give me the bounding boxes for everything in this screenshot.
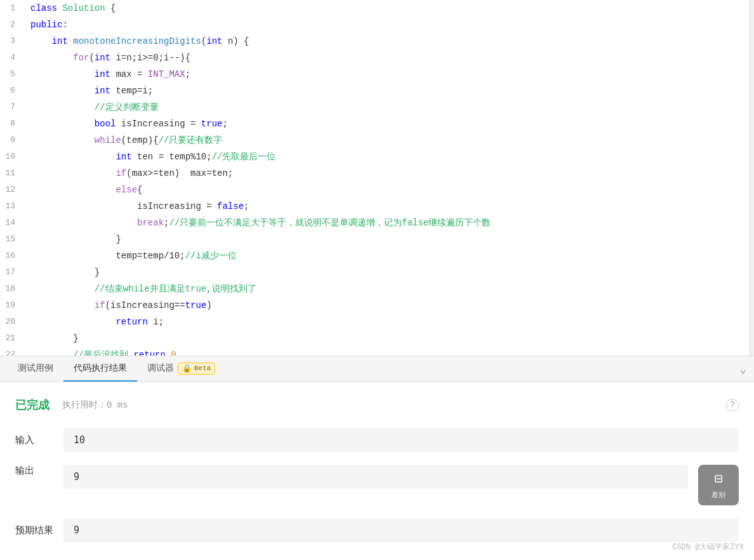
code-row: 2public: [0, 17, 754, 33]
line-number: 3 [0, 33, 25, 50]
token: (max>=ten) max=ten; [126, 168, 233, 178]
code-content: public: [25, 17, 754, 33]
line-number: 22 [0, 347, 25, 356]
code-content: int max = INT_MAX; [25, 66, 754, 83]
token: temp=i; [110, 86, 153, 96]
lock-icon: 🔒 [182, 364, 192, 373]
code-content: //最后没找到 return 0 [25, 347, 754, 356]
code-content: for(int i=n;i>=0;i--){ [25, 50, 754, 66]
code-row: 18 //结束while并且满足true,说明找到了 [0, 281, 754, 297]
line-number: 7 [0, 99, 25, 116]
line-number: 4 [0, 50, 25, 66]
token: class [30, 3, 62, 13]
code-editor: 1class Solution {2public:3 int monotoneI… [0, 0, 754, 356]
token: false [217, 201, 244, 211]
tabs-bar: 测试用例 代码执行结果 调试器 🔒 Beta ⌄ [0, 356, 754, 382]
token: ) [206, 300, 211, 310]
token: //先取最后一位 [212, 152, 276, 162]
token: (isIncreasing== [105, 300, 185, 310]
token: //i减少一位 [185, 251, 237, 261]
token: true [201, 119, 223, 129]
code-content: //定义判断变量 [25, 99, 754, 116]
exec-time: 执行用时：0 ms [62, 399, 128, 411]
code-content: int monotoneIncreasingDigits(int n) { [25, 33, 754, 50]
code-row: 4 for(int i=n;i>=0;i--){ [0, 50, 754, 66]
code-row: 14 break;//只要前一位不满足大于等于，就说明不是单调递增，记为fals… [0, 215, 754, 231]
beta-badge: 🔒 Beta [178, 363, 215, 375]
line-number: 19 [0, 297, 25, 314]
tab-execution-result[interactable]: 代码执行结果 [63, 356, 137, 382]
token: int [95, 53, 110, 63]
diff-button[interactable]: ⊟ 差别 [698, 465, 739, 505]
code-row: 7 //定义判断变量 [0, 99, 754, 116]
line-number: 2 [0, 17, 25, 33]
token: i; [148, 317, 164, 327]
token: ( [89, 53, 94, 63]
line-number: 18 [0, 281, 25, 297]
code-row: 11 if(max>=ten) max=ten; [0, 165, 754, 182]
input-value: 10 [63, 428, 739, 452]
status-done: 已完成 [15, 397, 50, 413]
token: Solution [62, 3, 105, 13]
token: 0 [171, 350, 176, 356]
code-row: 16 temp=temp/10;//i减少一位 [0, 248, 754, 264]
token: int [116, 152, 131, 162]
line-number: 13 [0, 198, 25, 215]
line-number: 20 [0, 314, 25, 330]
token: return [133, 350, 165, 356]
token: temp=temp/10; [116, 251, 185, 261]
watermark: CSDN @大磁学家ZYX [672, 542, 744, 552]
line-number: 17 [0, 264, 25, 281]
scrollbar[interactable] [749, 0, 754, 356]
token: } [95, 267, 100, 277]
chevron-right-icon[interactable]: ⌄ [739, 362, 746, 376]
token: //最后没找到 [73, 350, 133, 356]
token: INT_MAX [148, 69, 185, 79]
token: //结束while并且满足true,说明找到了 [95, 284, 256, 294]
output-value: 9 [63, 465, 688, 489]
line-number: 15 [0, 231, 25, 248]
diff-label: 差别 [711, 490, 725, 500]
code-content: bool isIncreasing = true; [25, 116, 754, 132]
code-row: 3 int monotoneIncreasingDigits(int n) { [0, 33, 754, 50]
line-number: 14 [0, 215, 25, 231]
token: //定义判断变量 [95, 102, 159, 112]
token: int [95, 86, 110, 96]
line-number: 21 [0, 330, 25, 347]
code-content: break;//只要前一位不满足大于等于，就说明不是单调递增，记为false继续… [25, 215, 754, 231]
line-number: 6 [0, 83, 25, 99]
token: while [95, 135, 121, 145]
line-number: 12 [0, 182, 25, 198]
token: isIncreasing = [116, 119, 201, 129]
tab-test-cases[interactable]: 测试用例 [8, 356, 63, 382]
diff-icon: ⊟ [714, 470, 722, 488]
token: int [206, 36, 222, 46]
code-row: 12 else{ [0, 182, 754, 198]
line-number: 10 [0, 149, 25, 165]
token: ten = temp%10; [132, 152, 212, 162]
token: int [95, 69, 110, 79]
code-content: if(isIncreasing==true) [25, 297, 754, 314]
token: ; [244, 201, 249, 211]
token: //只要前一位不满足大于等于，就说明不是单调递增，记为false继续遍历下个数 [169, 218, 491, 228]
code-table: 1class Solution {2public:3 int monotoneI… [0, 0, 754, 356]
token: if [116, 168, 126, 178]
code-content: if(max>=ten) max=ten; [25, 165, 754, 182]
line-number: 9 [0, 132, 25, 149]
token: if [95, 300, 105, 310]
code-content: } [25, 264, 754, 281]
code-content: return i; [25, 314, 754, 330]
code-content: else{ [25, 182, 754, 198]
results-section: 已完成 执行用时：0 ms ? 输入 10 输出 9 ⊟ 差别 预期结果 9 [0, 382, 754, 555]
code-row: 19 if(isIncreasing==true) [0, 297, 754, 314]
line-number: 8 [0, 116, 25, 132]
code-content: isIncreasing = false; [25, 198, 754, 215]
line-number: 1 [0, 0, 25, 17]
tab-debugger[interactable]: 调试器 🔒 Beta [137, 356, 225, 382]
token: } [116, 234, 121, 244]
line-number: 5 [0, 66, 25, 83]
token: public [30, 20, 62, 30]
help-icon[interactable]: ? [726, 399, 739, 411]
token: (temp){ [121, 135, 159, 145]
status-row: 已完成 执行用时：0 ms ? [15, 397, 739, 413]
